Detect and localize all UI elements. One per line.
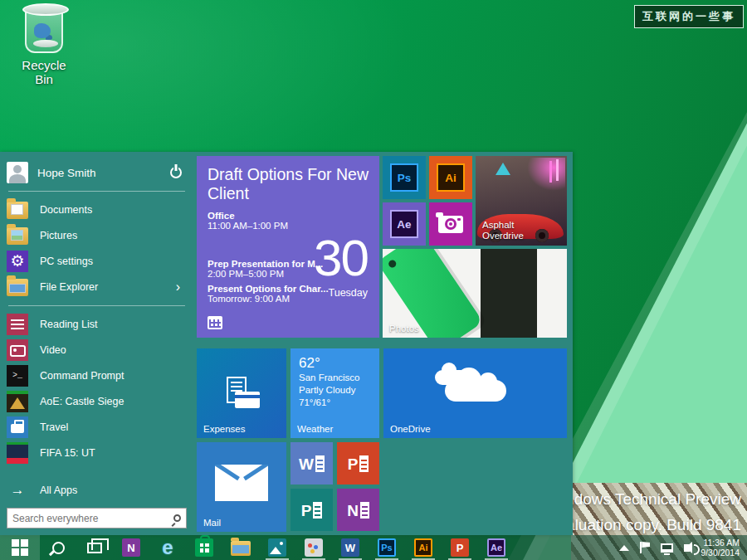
weather-city: San Francisco [299,372,371,384]
taskbar-photos[interactable] [259,535,295,560]
volume-icon[interactable] [684,544,690,552]
weather-label: Weather [297,424,333,434]
start-menu-item-fifa15[interactable]: FIFA 15: UT [7,440,187,465]
desktop: Windows Technical Preview Evaluation cop… [0,0,747,560]
powerpoint-icon: P [348,455,369,472]
store-icon [195,538,213,557]
build-watermark-line1: Windows Technical Preview [547,486,741,512]
tile-mail[interactable]: Mail [197,442,286,532]
network-icon[interactable] [661,543,673,553]
start-menu-item-documents[interactable]: Documents [7,197,187,222]
taskbar-store[interactable] [186,535,222,560]
file-explorer-icon [7,279,28,296]
start-menu-item-pictures[interactable]: Pictures [7,222,187,248]
user-avatar[interactable] [7,162,28,183]
mail-label: Mail [203,518,221,528]
start-menu-item-travel[interactable]: Travel [7,414,187,440]
tile-word[interactable]: W [290,442,333,485]
divider [8,191,185,192]
menu-item-label: PC settings [40,256,187,267]
site-watermark-badge: 互联网的一些事 [634,5,744,28]
start-menu-item-file-explorer[interactable]: File Explorer › [7,274,187,299]
menu-item-label: Travel [40,421,187,433]
tile-grid: Draft Options For New Client Office 11:0… [197,156,569,533]
tile-after-effects[interactable]: Ae [383,202,426,246]
photos-icon [268,538,286,557]
start-menu-item-aoe-castle-siege[interactable]: AoE: Castle Siege [7,388,187,414]
taskbar-internet-explorer[interactable]: e [149,535,186,560]
illustrator-icon: Ai [414,538,432,557]
taskbar-clock[interactable]: 11:36 AM 9/30/2014 [701,538,740,558]
warning-triangle-sign [496,163,510,175]
tile-expenses[interactable]: Expenses [197,348,286,438]
tile-onenote[interactable]: N [337,489,379,531]
search-box[interactable] [7,508,187,528]
power-icon[interactable] [170,167,182,178]
calendar-icon [208,316,222,329]
taskbar-fresh-paint[interactable] [295,535,332,560]
search-icon[interactable] [173,514,181,522]
recycle-bin[interactable]: Recycle Bin [12,7,76,86]
taskbar-photoshop[interactable]: Ps [369,535,405,560]
user-row[interactable]: Hope Smith [7,160,187,185]
pictures-folder-icon [7,227,28,245]
tile-illustrator[interactable]: Ai [429,156,472,199]
folder-icon [231,541,251,556]
menu-item-label: Reading List [40,319,187,330]
taskbar-after-effects[interactable]: Ae [478,535,515,560]
user-name: Hope Smith [37,167,170,179]
start-menu-item-video[interactable]: Video [7,337,187,363]
tile-publisher[interactable]: P [290,489,333,531]
tile-photoshop[interactable]: Ps [383,156,426,199]
onenote-icon: N [122,538,140,557]
all-apps-label: All Apps [40,485,187,496]
tile-calendar[interactable]: Draft Options For New Client Office 11:0… [197,156,379,338]
tile-photos[interactable]: Photos [383,249,567,338]
show-hidden-icons-chevron[interactable] [619,545,629,551]
taskbar: N e W Ps Ai P Ae [0,535,747,560]
illustrator-icon: Ai [437,163,465,192]
onedrive-label: OneDrive [390,424,431,434]
taskbar-search-button[interactable] [40,535,76,560]
internet-explorer-icon: e [162,539,173,555]
suitcase-icon [7,416,28,438]
onedrive-cloud-icon [445,380,506,402]
taskbar-illustrator[interactable]: Ai [405,535,442,560]
taskbar-word[interactable]: W [332,535,369,560]
photos-label: Photos [389,324,419,334]
tile-weather[interactable]: 62° San Francisco Partly Cloudy 71°/61° … [290,348,379,438]
tile-onedrive[interactable]: OneDrive [383,348,567,438]
weather-condition: Partly Cloudy [299,384,371,397]
expenses-label: Expenses [203,424,246,434]
arrow-right-icon: → [7,482,28,499]
taskbar-file-explorer[interactable] [222,535,259,560]
tile-asphalt-overdrive[interactable]: Asphalt Overdrive [476,156,567,246]
task-view-button[interactable] [76,535,113,560]
start-menu-item-reading-list[interactable]: Reading List [7,311,187,337]
action-center-flag-icon[interactable] [640,542,650,553]
taskbar-powerpoint[interactable]: P [442,535,478,560]
tile-camera[interactable] [429,202,472,246]
tile-powerpoint[interactable]: P [337,442,379,485]
start-button[interactable] [0,535,40,560]
menu-item-label: Command Prompt [40,370,187,382]
start-menu-left-column: Hope Smith Documents Pictures ⚙ PC setti… [0,152,193,535]
fresh-paint-icon [305,538,323,557]
clock-time: 11:36 AM [701,538,740,548]
expenses-icon [227,377,247,403]
all-apps-button[interactable]: → All Apps [7,479,187,502]
taskbar-onenote[interactable]: N [113,535,149,560]
build-watermark-line2: Evaluation copy. Build 9841 [547,512,741,538]
menu-item-label: Pictures [40,230,187,241]
start-menu-item-command-prompt[interactable]: >_ Command Prompt [7,363,187,388]
after-effects-icon: Ae [390,210,418,238]
search-input[interactable] [12,513,173,524]
neon-glow [527,158,565,191]
calendar-event-title: Draft Options For New Client [208,165,369,203]
start-menu-item-pc-settings[interactable]: ⚙ PC settings [7,248,187,274]
black-phone-art [481,249,537,338]
divider [8,305,185,306]
menu-item-label: Documents [40,204,187,216]
weather-temp: 62° [299,355,371,372]
system-tray: 11:36 AM 9/30/2014 [619,538,747,558]
